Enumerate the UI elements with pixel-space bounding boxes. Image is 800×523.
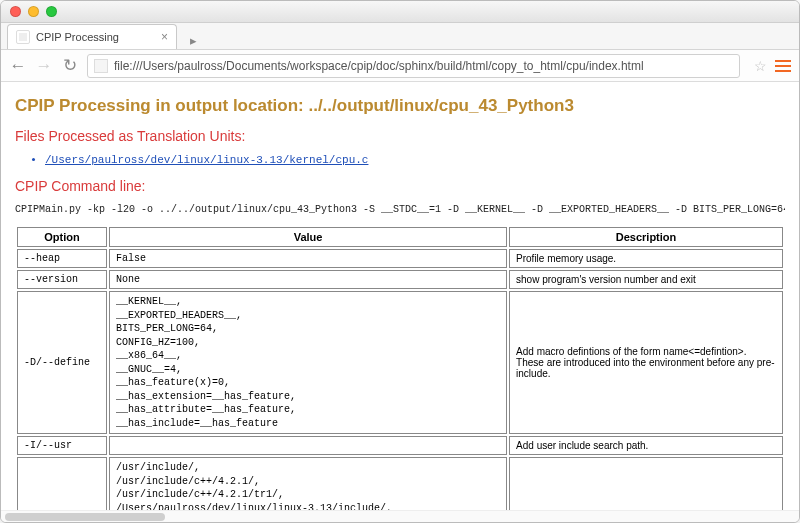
cell-description: Add user include search path. (509, 436, 783, 455)
cell-value: False (109, 249, 507, 268)
minimize-window-button[interactable] (28, 6, 39, 17)
url-text: file:///Users/paulross/Documents/workspa… (114, 59, 644, 73)
options-table: Option Value Description --heap False Pr… (15, 225, 785, 510)
files-heading: Files Processed as Translation Units: (15, 128, 785, 144)
cell-value: /usr/include/, /usr/include/c++/4.2.1/, … (109, 457, 507, 510)
new-tab-button[interactable]: ▸ (183, 33, 203, 49)
col-value: Value (109, 227, 507, 247)
table-row: -J/--sys /usr/include/, /usr/include/c++… (17, 457, 783, 510)
zoom-window-button[interactable] (46, 6, 57, 17)
table-header-row: Option Value Description (17, 227, 783, 247)
page-content: CPIP Processing in output location: ../.… (1, 82, 799, 510)
cell-option: -J/--sys (17, 457, 107, 510)
cell-option: --heap (17, 249, 107, 268)
table-row: -D/--define __KERNEL__, __EXPORTED_HEADE… (17, 291, 783, 434)
cell-value (109, 436, 507, 455)
col-description: Description (509, 227, 783, 247)
address-bar[interactable]: file:///Users/paulross/Documents/workspa… (87, 54, 740, 78)
close-tab-icon[interactable]: × (155, 30, 168, 44)
file-link[interactable]: /Users/paulross/dev/linux/linux-3.13/ker… (45, 154, 785, 166)
command-line: CPIPMain.py -kp -l20 -o ../../output/lin… (15, 204, 785, 215)
reload-button[interactable]: ↻ (61, 57, 79, 74)
files-list: /Users/paulross/dev/linux/linux-3.13/ker… (33, 154, 785, 166)
forward-button[interactable]: → (35, 57, 53, 74)
favicon-icon (16, 30, 30, 44)
mac-titlebar (1, 1, 799, 23)
traffic-lights (10, 6, 57, 17)
col-option: Option (17, 227, 107, 247)
cell-option: --version (17, 270, 107, 289)
bookmark-star-icon[interactable]: ☆ (754, 58, 767, 74)
cell-value: __KERNEL__, __EXPORTED_HEADERS__, BITS_P… (109, 291, 507, 434)
page-title: CPIP Processing in output location: ../.… (15, 96, 785, 116)
table-row: --heap False Profile memory usage. (17, 249, 783, 268)
cell-value: None (109, 270, 507, 289)
tab-strip: CPIP Processing × ▸ (1, 23, 799, 50)
cell-description: show program's version number and exit (509, 270, 783, 289)
table-row: --version None show program's version nu… (17, 270, 783, 289)
table-row: -I/--usr Add user include search path. (17, 436, 783, 455)
browser-window: CPIP Processing × ▸ ← → ↻ file:///Users/… (0, 0, 800, 523)
browser-toolbar: ← → ↻ file:///Users/paulross/Documents/w… (1, 50, 799, 82)
close-window-button[interactable] (10, 6, 21, 17)
back-button[interactable]: ← (9, 57, 27, 74)
hamburger-menu-icon[interactable] (775, 60, 791, 72)
cell-description: Profile memory usage. (509, 249, 783, 268)
horizontal-scrollbar[interactable] (1, 510, 799, 522)
cell-option: -I/--usr (17, 436, 107, 455)
cell-option: -D/--define (17, 291, 107, 434)
browser-tab[interactable]: CPIP Processing × (7, 24, 177, 49)
cell-description: Add macro defintions of the form name<=d… (509, 291, 783, 434)
tab-title: CPIP Processing (36, 31, 155, 43)
cmd-heading: CPIP Command line: (15, 178, 785, 194)
scrollbar-thumb[interactable] (5, 513, 165, 521)
page-icon (94, 59, 108, 73)
cell-description: Add system include search path. (509, 457, 783, 510)
